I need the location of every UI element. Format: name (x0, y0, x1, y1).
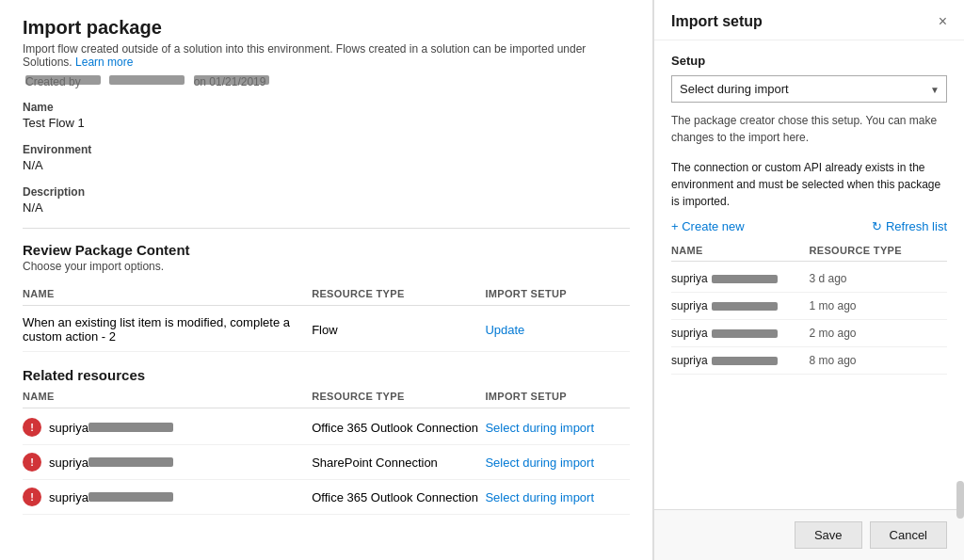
conn-row-3-name: supriya (671, 327, 810, 340)
blurred-conn-2 (712, 302, 778, 311)
blurred-conn-4 (712, 357, 778, 365)
related-row-2-resource: SharePoint Connection (312, 456, 485, 470)
conn-row-4-time: 8 mo ago (810, 354, 948, 367)
scrollbar[interactable] (956, 481, 964, 519)
table-row[interactable]: supriya 1 mo ago (671, 293, 947, 320)
flow-name: When an existing list item is modified, … (23, 315, 312, 344)
environment-field: Environment N/A (23, 143, 630, 172)
related-resources-section: Related resources NAME RESOURCE TYPE IMP… (23, 367, 630, 515)
refresh-icon: ↻ (872, 219, 882, 233)
error-icon-3: ! (23, 488, 41, 506)
error-icon-2: ! (23, 453, 41, 472)
description-label: Description (23, 185, 630, 199)
conn-row-2-name: supriya (671, 299, 810, 312)
blurred-name-3 (88, 492, 173, 502)
subtitle: Import flow created outside of a solutio… (23, 42, 630, 69)
right-panel: Import setup × Setup Select during impor… (653, 0, 964, 560)
table-row: ! supriya SharePoint Connection Select d… (23, 445, 630, 480)
review-subtitle: Choose your import options. (23, 260, 630, 273)
left-panel: Import package Import flow created outsi… (0, 0, 653, 560)
blurred-name-1 (88, 423, 173, 432)
setup-dropdown-wrapper: Select during import (671, 75, 947, 103)
name-value: Test Flow 1 (23, 116, 630, 130)
setup-label: Setup (671, 54, 947, 68)
close-button[interactable]: × (939, 14, 947, 29)
select-import-link-2[interactable]: Select during import (485, 456, 630, 470)
table-row[interactable]: supriya 8 mo ago (671, 347, 947, 375)
related-col-setup: IMPORT SETUP (485, 391, 630, 402)
conn-row-4-name: supriya (671, 354, 810, 367)
refresh-button[interactable]: ↻ Refresh list (872, 219, 947, 233)
related-row-3-resource: Office 365 Outlook Connection (312, 490, 485, 504)
action-row: + Create new ↻ Refresh list (671, 219, 947, 233)
right-header: Import setup × (654, 0, 964, 40)
description-field: Description N/A (23, 185, 630, 215)
right-body: Setup Select during import The package c… (654, 40, 964, 509)
conn-row-2-time: 1 mo ago (810, 299, 948, 312)
related-col-resource: RESOURCE TYPE (312, 391, 485, 402)
cancel-button[interactable]: Cancel (870, 521, 947, 549)
right-footer: Save Cancel (654, 509, 964, 560)
name-label: Name (23, 101, 630, 114)
related-col-name: NAME (23, 391, 312, 402)
page-title: Import package (23, 17, 630, 39)
connections-table: NAME RESOURCE TYPE supriya 3 d ago supri… (671, 245, 947, 375)
blurred-conn-1 (712, 275, 778, 283)
created-by-name-blur (109, 75, 185, 85)
blurred-name-2 (88, 457, 173, 467)
table-row: ! supriya Office 365 Outlook Connection … (23, 480, 630, 515)
create-new-button[interactable]: + Create new (671, 219, 745, 233)
info-text: The package creator chose this setup. Yo… (671, 112, 947, 146)
divider-1 (23, 228, 630, 229)
error-icon-1: ! (23, 418, 41, 437)
review-table-header: NAME RESOURCE TYPE IMPORT SETUP (23, 282, 630, 306)
save-button[interactable]: Save (795, 521, 862, 549)
environment-value: N/A (23, 158, 630, 172)
connections-table-header: NAME RESOURCE TYPE (671, 245, 947, 262)
learn-more-link[interactable]: Learn more (75, 56, 133, 69)
review-col-resource: RESOURCE TYPE (312, 288, 485, 299)
setup-dropdown[interactable]: Select during import (671, 75, 947, 103)
name-field: Name Test Flow 1 (23, 101, 630, 130)
review-table: NAME RESOURCE TYPE IMPORT SETUP When an … (23, 282, 630, 352)
conn-row-1-name: supriya (671, 272, 810, 285)
related-row-1-resource: Office 365 Outlook Connection (312, 421, 485, 435)
conn-col-name: NAME (671, 245, 810, 256)
table-row[interactable]: supriya 3 d ago (671, 265, 947, 293)
related-row-1-name: ! supriya (23, 418, 312, 437)
select-import-link-3[interactable]: Select during import (485, 490, 630, 504)
description-value: N/A (23, 200, 630, 215)
table-row: When an existing list item is modified, … (23, 308, 630, 352)
related-table-header: NAME RESOURCE TYPE IMPORT SETUP (23, 385, 630, 408)
review-col-name: NAME (23, 288, 312, 299)
select-import-link-1[interactable]: Select during import (485, 421, 630, 435)
related-row-2-name: ! supriya (23, 453, 312, 472)
right-panel-title: Import setup (671, 13, 763, 30)
conn-col-resource: RESOURCE TYPE (810, 245, 948, 256)
blurred-conn-3 (712, 329, 778, 338)
review-col-setup: IMPORT SETUP (485, 288, 630, 299)
related-row-3-name: ! supriya (23, 488, 312, 506)
conn-row-1-time: 3 d ago (810, 272, 948, 285)
update-link[interactable]: Update (485, 323, 630, 337)
table-row[interactable]: supriya 2 mo ago (671, 320, 947, 347)
review-section: Review Package Content Choose your impor… (23, 242, 630, 352)
warning-text: The connection or custom API already exi… (671, 159, 947, 210)
created-by: Created by on 01/21/2019 (23, 72, 630, 86)
review-title: Review Package Content (23, 242, 630, 258)
related-title: Related resources (23, 367, 630, 383)
table-row: ! supriya Office 365 Outlook Connection … (23, 410, 630, 445)
related-table: NAME RESOURCE TYPE IMPORT SETUP ! supriy… (23, 385, 630, 515)
resource-type: Flow (312, 323, 485, 337)
refresh-label: Refresh list (886, 219, 947, 233)
conn-row-3-time: 2 mo ago (810, 327, 948, 340)
environment-label: Environment (23, 143, 630, 156)
